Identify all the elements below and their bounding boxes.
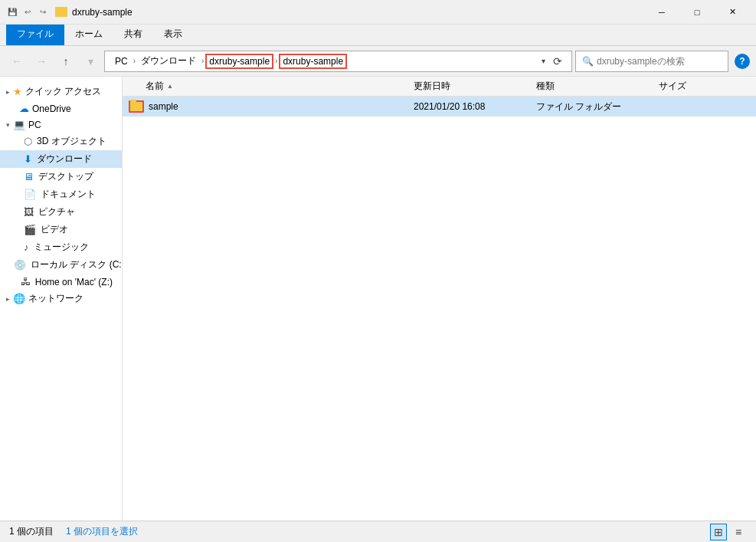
pc-label: PC — [28, 120, 41, 130]
tab-file[interactable]: ファイル — [6, 25, 64, 45]
pc-chevron: ▾ — [6, 121, 10, 129]
disk-icon-z: 🖧 — [21, 276, 31, 287]
grid-view-button[interactable]: ⊞ — [710, 524, 727, 540]
quick-access-chevron: ▸ — [6, 88, 10, 96]
network-chevron: ▸ — [6, 295, 10, 303]
col-date-label: 更新日時 — [414, 80, 450, 91]
sidebar-quick-access[interactable]: ▸ ★ クイック アクセス — [0, 83, 122, 100]
address-bar[interactable]: PC › ダウンロード › dxruby-sample › dxruby-sam… — [104, 51, 572, 72]
cloud-icon: ☁ — [19, 103, 29, 114]
sidebar-item-localdisk[interactable]: 💿 ローカル ディスク (C:) — [0, 256, 122, 274]
breadcrumb-downloads: ダウンロード — [137, 52, 200, 70]
column-name[interactable]: 名前 ▲ — [123, 80, 414, 93]
minimize-button[interactable]: ─ — [644, 0, 679, 25]
sidebar-item-download[interactable]: ⬇ ダウンロード — [0, 150, 122, 168]
sidebar-item-videos-label: ビデオ — [41, 223, 68, 236]
up-button[interactable]: ↑ — [55, 51, 77, 72]
sidebar-pc[interactable]: ▾ 💻 PC — [0, 117, 122, 133]
sidebar-item-home-on-mac-label: Home on 'Mac' (Z:) — [35, 277, 113, 287]
status-left: 1 個の項目 1 個の項目を選択 — [9, 525, 710, 538]
sidebar-item-3dobjects[interactable]: ⬡ 3D オブジェクト — [0, 133, 122, 150]
pc-icon: 💻 — [13, 119, 25, 130]
table-row[interactable]: sample 2021/01/20 16:08 ファイル フォルダー — [123, 97, 756, 117]
download-icon: ⬇ — [24, 153, 32, 165]
desktop-icon: 🖥 — [24, 171, 34, 182]
list-view-button[interactable]: ≡ — [730, 524, 747, 540]
status-bar: 1 個の項目 1 個の項目を選択 ⊞ ≡ — [0, 521, 756, 542]
col-name-label: 名前 — [146, 80, 164, 93]
ribbon: ファイル ホーム 共有 表示 — [0, 25, 756, 46]
search-input[interactable] — [597, 56, 722, 67]
address-refresh-button[interactable]: ⟳ — [550, 54, 565, 69]
help-button[interactable]: ? — [735, 54, 750, 69]
star-icon: ★ — [13, 86, 22, 97]
window-title: dxruby-sample — [72, 7, 133, 18]
file-name: sample — [149, 101, 178, 112]
tab-home[interactable]: ホーム — [64, 25, 113, 45]
video-icon: 🎬 — [24, 224, 36, 235]
forward-button[interactable]: → — [31, 51, 52, 72]
sidebar-item-home-on-mac[interactable]: 🖧 Home on 'Mac' (Z:) — [0, 274, 122, 290]
sidebar-onedrive[interactable]: ☁ OneDrive — [0, 100, 122, 117]
breadcrumb-dxruby-sample-1: dxruby-sample — [205, 54, 273, 69]
title-bar: 💾 ↩ ↪ dxruby-sample ─ □ ✕ — [0, 0, 756, 25]
sidebar-item-localdisk-label: ローカル ディスク (C:) — [31, 258, 123, 271]
title-bar-icons: 💾 ↩ ↪ — [6, 6, 49, 18]
toolbar: ← → ↑ ▾ PC › ダウンロード › dxruby-sample › dx… — [0, 46, 756, 77]
save-icon: 💾 — [6, 6, 18, 18]
breadcrumb-pc: PC — [111, 54, 132, 69]
sidebar-item-desktop[interactable]: 🖥 デスクトップ — [0, 168, 122, 186]
breadcrumb-dxruby-sample-2: dxruby-sample — [279, 54, 347, 69]
address-breadcrumb: PC › ダウンロード › dxruby-sample › dxruby-sam… — [111, 52, 537, 70]
picture-icon: 🖼 — [24, 206, 34, 218]
ribbon-tabs: ファイル ホーム 共有 表示 — [0, 25, 756, 45]
column-size[interactable]: サイズ — [659, 80, 735, 93]
sidebar-item-documents[interactable]: 📄 ドキュメント — [0, 186, 122, 203]
file-icon-area: sample — [123, 100, 414, 113]
onedrive-label: OneDrive — [32, 103, 71, 114]
sidebar-item-3d-label: 3D オブジェクト — [37, 135, 106, 148]
breadcrumb-arrow-2: › — [201, 57, 204, 65]
status-right: ⊞ ≡ — [710, 524, 747, 540]
sidebar: ▸ ★ クイック アクセス ☁ OneDrive ▾ 💻 PC ⬡ 3D オブジ… — [0, 77, 123, 521]
sidebar-network[interactable]: ▸ 🌐 ネットワーク — [0, 290, 122, 307]
disk-icon-c: 💿 — [14, 259, 26, 271]
sidebar-item-download-label: ダウンロード — [37, 153, 92, 166]
quick-access-label: クイック アクセス — [25, 85, 101, 98]
file-list-header: 名前 ▲ 更新日時 種類 サイズ — [123, 77, 756, 97]
sidebar-item-music-label: ミュージック — [34, 241, 89, 254]
main-area: ▸ ★ クイック アクセス ☁ OneDrive ▾ 💻 PC ⬡ 3D オブジ… — [0, 77, 756, 521]
search-box[interactable]: 🔍 — [575, 51, 728, 72]
file-type: ファイル フォルダー — [536, 100, 659, 113]
file-list: 名前 ▲ 更新日時 種類 サイズ sample 2021/01/20 16:08… — [123, 77, 756, 521]
tab-view[interactable]: 表示 — [153, 25, 193, 45]
breadcrumb-arrow-1: › — [133, 57, 136, 65]
col-type-label: 種類 — [536, 80, 555, 91]
sidebar-item-music[interactable]: ♪ ミュージック — [0, 238, 122, 256]
sidebar-item-pictures[interactable]: 🖼 ピクチャ — [0, 203, 122, 221]
maximize-button[interactable]: □ — [679, 0, 715, 25]
title-folder-icon — [55, 7, 67, 17]
network-label: ネットワーク — [28, 292, 83, 305]
col-size-label: サイズ — [659, 80, 686, 91]
undo-icon: ↩ — [21, 6, 34, 18]
back-button[interactable]: ← — [6, 51, 28, 72]
cube-icon: ⬡ — [24, 136, 32, 147]
sidebar-item-desktop-label: デスクトップ — [38, 170, 93, 183]
folder-icon — [129, 100, 144, 113]
network-icon: 🌐 — [13, 293, 25, 304]
close-button[interactable]: ✕ — [715, 0, 750, 25]
dropdown-recent-button[interactable]: ▾ — [80, 51, 101, 72]
column-type[interactable]: 種類 — [536, 80, 659, 93]
window-controls[interactable]: ─ □ ✕ — [644, 0, 750, 25]
tab-share[interactable]: 共有 — [113, 25, 153, 45]
column-date[interactable]: 更新日時 — [414, 80, 536, 93]
selected-count: 1 個の項目を選択 — [66, 525, 138, 538]
address-dropdown-button[interactable]: ▾ — [540, 55, 547, 67]
sidebar-item-documents-label: ドキュメント — [41, 188, 96, 201]
breadcrumb-arrow-3: › — [275, 57, 277, 65]
document-icon: 📄 — [24, 189, 36, 200]
item-count: 1 個の項目 — [9, 525, 54, 538]
file-date: 2021/01/20 16:08 — [414, 101, 536, 112]
sidebar-item-videos[interactable]: 🎬 ビデオ — [0, 221, 122, 238]
